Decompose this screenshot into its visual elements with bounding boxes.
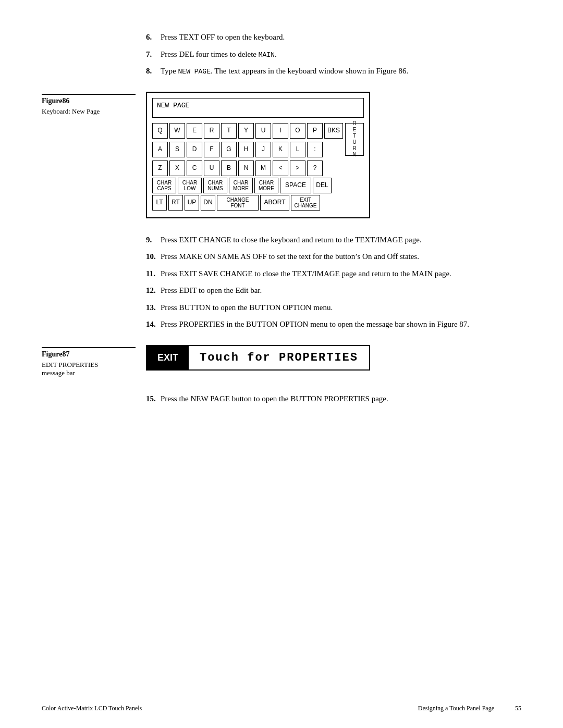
keyboard-box: NEW PAGE Q W E R T Y U bbox=[146, 92, 370, 218]
key-l[interactable]: L bbox=[290, 142, 305, 157]
step-8-number: 8. bbox=[146, 65, 161, 77]
key-p[interactable]: P bbox=[307, 123, 323, 139]
step-11-text: Press EXIT SAVE CHANGE to close the TEXT… bbox=[161, 268, 521, 280]
page-container: 6. Press TEXT OFF to open the keyboard. … bbox=[0, 0, 563, 728]
step-9-text: Press EXIT CHANGE to close the keyboard … bbox=[161, 234, 521, 246]
step-15-number: 15. bbox=[146, 393, 161, 405]
key-u[interactable]: U bbox=[255, 123, 271, 139]
figure-87-caption-line1: EDIT PROPERTIES bbox=[42, 361, 136, 369]
step-13-text: Press BUTTON to open the BUTTON OPTION m… bbox=[161, 302, 521, 314]
kb-row-5: LT RT UP DN CHANGEFONT ABORT EXITCHANGE bbox=[152, 195, 364, 211]
figure-86-content: NEW PAGE Q W E R T Y U bbox=[146, 92, 521, 218]
key-q2[interactable]: ? bbox=[307, 161, 323, 176]
key-a[interactable]: A bbox=[152, 142, 168, 157]
step-10: 10. Press MAKE ON SAME AS OFF to set the… bbox=[146, 251, 521, 263]
steps-middle: 9. Press EXIT CHANGE to close the keyboa… bbox=[146, 234, 521, 330]
message-bar: EXIT Touch for PROPERTIES bbox=[146, 345, 370, 371]
step-6-number: 6. bbox=[146, 31, 161, 43]
key-e[interactable]: E bbox=[187, 123, 202, 139]
steps-bottom: 15. Press the NEW PAGE button to open th… bbox=[146, 393, 521, 405]
key-char-more1[interactable]: CHARMORE bbox=[229, 178, 253, 193]
key-j[interactable]: J bbox=[255, 142, 271, 157]
step-11: 11. Press EXIT SAVE CHANGE to close the … bbox=[146, 268, 521, 280]
key-o[interactable]: O bbox=[290, 123, 305, 139]
step-12: 12. Press EDIT to open the Edit bar. bbox=[146, 285, 521, 297]
key-c[interactable]: C bbox=[187, 161, 202, 176]
key-d[interactable]: D bbox=[187, 142, 202, 157]
key-bks[interactable]: BKS bbox=[324, 123, 343, 139]
key-h[interactable]: H bbox=[238, 142, 254, 157]
figure-86-label: Figure86 bbox=[42, 94, 136, 105]
footer-center: Designing a Touch Panel Page bbox=[418, 705, 494, 712]
key-b[interactable]: B bbox=[221, 161, 237, 176]
key-rt-nav[interactable]: RT bbox=[168, 195, 183, 211]
key-y[interactable]: Y bbox=[238, 123, 254, 139]
step-14: 14. Press PROPERTIES in the BUTTON OPTIO… bbox=[146, 318, 521, 330]
key-gt[interactable]: > bbox=[290, 161, 305, 176]
step-13-number: 13. bbox=[146, 302, 161, 314]
figure-86-caption: Keyboard: New Page bbox=[42, 107, 136, 116]
footer-page-number: 55 bbox=[515, 705, 521, 712]
step-8-text: Type NEW PAGE. The text appears in the k… bbox=[161, 65, 521, 77]
key-lt-nav[interactable]: LT bbox=[152, 195, 167, 211]
key-lt[interactable]: < bbox=[273, 161, 288, 176]
key-m[interactable]: M bbox=[255, 161, 271, 176]
footer-right: Designing a Touch Panel Page 55 bbox=[418, 705, 521, 712]
step-12-text: Press EDIT to open the Edit bar. bbox=[161, 285, 521, 297]
kb-row-4: CHARCAPS CHARLOW CHARNUMS CHARMORE CHARM… bbox=[152, 178, 364, 193]
key-colon[interactable]: : bbox=[307, 142, 323, 157]
key-z[interactable]: Z bbox=[152, 161, 168, 176]
step-7: 7. Press DEL four times to delete MAIN. bbox=[146, 48, 521, 60]
step-7-number: 7. bbox=[146, 48, 161, 60]
kb-row-1: Q W E R T Y U I O P BKS bbox=[152, 123, 344, 139]
key-dn-nav[interactable]: DN bbox=[201, 195, 215, 211]
key-space[interactable]: SPACE bbox=[280, 178, 311, 193]
step-14-number: 14. bbox=[146, 318, 161, 330]
key-x[interactable]: X bbox=[169, 161, 185, 176]
key-char-low[interactable]: CHARLOW bbox=[178, 178, 202, 193]
key-i[interactable]: I bbox=[273, 123, 288, 139]
key-del[interactable]: DEL bbox=[313, 178, 332, 193]
key-char-nums[interactable]: CHARNUMS bbox=[203, 178, 227, 193]
step-13: 13. Press BUTTON to open the BUTTON OPTI… bbox=[146, 302, 521, 314]
step-15-text: Press the NEW PAGE button to open the BU… bbox=[161, 393, 521, 405]
step-12-number: 12. bbox=[146, 285, 161, 297]
step-8: 8. Type NEW PAGE. The text appears in th… bbox=[146, 65, 521, 77]
key-r[interactable]: R bbox=[204, 123, 219, 139]
intro-steps: 6. Press TEXT OFF to open the keyboard. … bbox=[146, 31, 521, 77]
kb-row-3: Z X C U B N M < > ? bbox=[152, 161, 364, 176]
key-char-more2[interactable]: CHARMORE bbox=[254, 178, 278, 193]
key-t[interactable]: T bbox=[221, 123, 237, 139]
key-up-nav[interactable]: UP bbox=[185, 195, 199, 211]
key-w[interactable]: W bbox=[169, 123, 185, 139]
key-s[interactable]: S bbox=[169, 142, 185, 157]
step-9: 9. Press EXIT CHANGE to close the keyboa… bbox=[146, 234, 521, 246]
step-7-text: Press DEL four times to delete MAIN. bbox=[161, 48, 521, 60]
key-k[interactable]: K bbox=[273, 142, 288, 157]
figure-87-row: Figure87 EDIT PROPERTIES message bar EXI… bbox=[42, 345, 521, 377]
step-10-number: 10. bbox=[146, 251, 161, 263]
key-f[interactable]: F bbox=[204, 142, 219, 157]
kb-row-2: A S D F G H J K L : bbox=[152, 142, 344, 157]
key-char-caps[interactable]: CHARCAPS bbox=[152, 178, 176, 193]
key-return[interactable]: RETURN bbox=[345, 123, 364, 156]
figure-87-content: EXIT Touch for PROPERTIES bbox=[146, 345, 521, 377]
figure-86-row: Figure86 Keyboard: New Page NEW PAGE Q W bbox=[42, 92, 521, 218]
step-10-text: Press MAKE ON SAME AS OFF to set the tex… bbox=[161, 251, 521, 263]
step-11-number: 11. bbox=[146, 268, 161, 280]
key-change-font[interactable]: CHANGEFONT bbox=[217, 195, 259, 211]
key-q[interactable]: Q bbox=[152, 123, 168, 139]
step-9-number: 9. bbox=[146, 234, 161, 246]
key-g[interactable]: G bbox=[221, 142, 237, 157]
step-6: 6. Press TEXT OFF to open the keyboard. bbox=[146, 31, 521, 43]
exit-button[interactable]: EXIT bbox=[147, 346, 189, 369]
key-u2[interactable]: U bbox=[204, 161, 219, 176]
page-footer: Color Active-Matrix LCD Touch Panels Des… bbox=[42, 705, 521, 712]
key-abort[interactable]: ABORT bbox=[260, 195, 289, 211]
key-n[interactable]: N bbox=[238, 161, 254, 176]
key-exit-change[interactable]: EXITCHANGE bbox=[291, 195, 320, 211]
figure-87-caption-line2: message bar bbox=[42, 369, 136, 377]
keyboard-display: NEW PAGE bbox=[152, 98, 364, 118]
footer-left: Color Active-Matrix LCD Touch Panels bbox=[42, 705, 142, 712]
figure-87-label: Figure87 bbox=[42, 347, 136, 359]
